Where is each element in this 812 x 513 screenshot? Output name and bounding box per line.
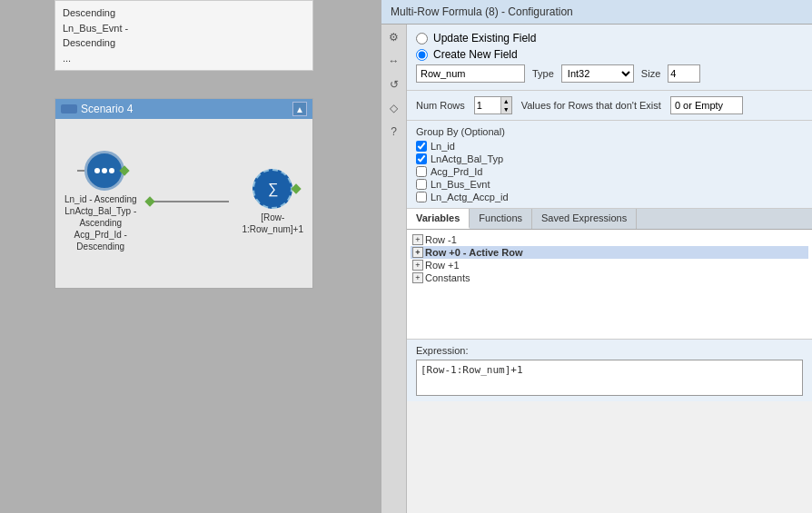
size-label: Size <box>641 68 660 79</box>
formula-icon: ∑ <box>268 181 278 197</box>
variables-section: + Row -1 + Row +0 - Active Row + Row +1 … <box>407 230 812 339</box>
size-input[interactable] <box>668 64 700 83</box>
scenario-header-left: Scenario 4 <box>61 103 133 115</box>
tab-saved-expressions[interactable]: Saved Expressions <box>532 209 637 229</box>
tree-label-active: Row +0 - Active Row <box>425 247 522 258</box>
type-label: Type <box>532 68 554 79</box>
expander-constants[interactable]: + <box>412 272 423 283</box>
refresh-icon[interactable]: ↺ <box>385 75 403 94</box>
spinner-up[interactable]: ▲ <box>500 97 511 105</box>
expression-label: Expression: <box>416 345 803 356</box>
scenario4-header: Scenario 4 ▲ <box>55 99 312 119</box>
field-name-input[interactable] <box>416 64 525 83</box>
update-radio-row: Update Existing Field <box>416 32 803 44</box>
formula-tool-label: [Row-1:Row_num]+1 <box>242 212 303 235</box>
sort-tool-dots <box>94 168 114 173</box>
numrows-input[interactable] <box>475 97 500 113</box>
checkbox-label-acg: Acg_Prd_Id <box>431 166 482 177</box>
checkbox-label-lnactg: LnActg_Bal_Typ <box>431 153 503 164</box>
checkbox-row-lnbus: Ln_Bus_Evnt <box>416 179 803 190</box>
scenario4-title: Scenario 4 <box>81 103 133 115</box>
numrows-section: Num Rows ▲ ▼ Values for Rows that don't … <box>407 91 812 121</box>
help-icon[interactable]: ? <box>385 123 403 141</box>
side-icons-bar: ⚙ ↔ ↺ ◇ ? <box>381 25 407 513</box>
expression-box[interactable]: [Row-1:Row_num]+1 <box>416 360 803 396</box>
create-radio[interactable] <box>416 49 428 61</box>
sort-tool-node[interactable]: Ln_id - AscendingLnActg_Bal_Typ -Ascendi… <box>64 151 137 252</box>
top-card: Descending Ln_Bus_Evnt - Descending ... <box>54 0 313 71</box>
sort-tool-circle <box>84 151 124 191</box>
update-label: Update Existing Field <box>433 32 536 44</box>
tree-row-constants[interactable]: + Constants <box>411 271 808 284</box>
checkbox-label-ln_id: Ln_id <box>431 141 455 152</box>
create-label: Create New Field <box>433 48 518 61</box>
scenario4-card: Scenario 4 ▲ <box>54 98 313 289</box>
formula-tool-node[interactable]: ∑ [Row-1:Row_num]+1 <box>242 169 303 235</box>
sort-tool-label: Ln_id - AscendingLnActg_Bal_Typ -Ascendi… <box>64 193 137 252</box>
groupby-label: Group By (Optional) <box>416 126 803 137</box>
values-input[interactable] <box>670 96 743 114</box>
dot2 <box>102 168 107 173</box>
tree-label-plus1: Row +1 <box>425 260 460 271</box>
spinner-down[interactable]: ▼ <box>500 105 511 113</box>
config-title: Multi-Row Formula (8) - Configuration <box>391 5 573 18</box>
field-name-row: Type Int32 Int64 String Double Size <box>416 64 803 83</box>
checkbox-row-ln_id: Ln_id <box>416 141 803 152</box>
checkbox-label-lnbus: Ln_Bus_Evnt <box>431 179 490 190</box>
field-config-section: Update Existing Field Create New Field T… <box>407 25 812 91</box>
scenario4-body: Ln_id - AscendingLnActg_Bal_Typ -Ascendi… <box>55 119 312 284</box>
tabs-bar: Variables Functions Saved Expressions <box>407 209 812 230</box>
top-card-line4: ... <box>63 53 71 64</box>
numrows-label: Num Rows <box>416 100 465 111</box>
checkbox-row-acg: Acg_Prd_Id <box>416 166 803 177</box>
tab-variables[interactable]: Variables <box>407 209 470 229</box>
tree-row-minus1[interactable]: + Row -1 <box>411 233 808 246</box>
tree-label-constants: Constants <box>425 272 470 283</box>
checkbox-list: Ln_id LnActg_Bal_Typ Acg_Prd_Id Ln_Bus_E… <box>416 141 803 202</box>
expander-plus1[interactable]: + <box>412 260 423 271</box>
checkbox-acg[interactable] <box>416 166 427 177</box>
checkbox-lnbus[interactable] <box>416 179 427 190</box>
groupby-section: Group By (Optional) Ln_id LnActg_Bal_Typ… <box>407 121 812 209</box>
right-panel: Multi-Row Formula (8) - Configuration ⚙ … <box>381 0 812 513</box>
values-label: Values for Rows that don't Exist <box>521 100 661 111</box>
checkbox-ln_id[interactable] <box>416 141 427 152</box>
tag-icon[interactable]: ◇ <box>385 99 403 117</box>
spinner-buttons: ▲ ▼ <box>500 97 511 113</box>
checkbox-row-lnactg: LnActg_Bal_Typ <box>416 153 803 164</box>
expander-minus1[interactable]: + <box>412 234 423 245</box>
top-card-line3: Descending <box>63 37 115 48</box>
formula-tool-circle: ∑ <box>253 169 292 209</box>
update-radio[interactable] <box>416 33 428 44</box>
top-card-line2: Ln_Bus_Evnt - <box>63 23 128 34</box>
config-main: Update Existing Field Create New Field T… <box>407 25 812 513</box>
tree-label-minus1: Row -1 <box>425 234 457 245</box>
create-radio-row: Create New Field <box>416 48 803 61</box>
checkbox-row-ln-actg-accp: Ln_Actg_Accp_id <box>416 192 803 202</box>
checkbox-ln-actg-accp[interactable] <box>416 192 427 202</box>
left-panel: Descending Ln_Bus_Evnt - Descending ... … <box>0 0 381 513</box>
tree-row-plus1[interactable]: + Row +1 <box>411 259 808 271</box>
tab-functions[interactable]: Functions <box>470 209 532 229</box>
spinner-wrap: ▲ ▼ <box>474 96 512 114</box>
expander-active[interactable]: + <box>412 247 423 258</box>
checkbox-label-ln-actg-accp: Ln_Actg_Accp_id <box>431 192 509 202</box>
gear-icon[interactable]: ⚙ <box>385 28 403 46</box>
scenario-icon-bar <box>61 104 77 113</box>
top-card-line1: Descending <box>63 7 115 18</box>
dot3 <box>109 168 114 173</box>
scenario-expand-button[interactable]: ▲ <box>292 102 307 116</box>
dot1 <box>94 168 100 173</box>
arrow-icon[interactable]: ↔ <box>385 52 403 70</box>
checkbox-lnactg[interactable] <box>416 153 427 164</box>
config-body: ⚙ ↔ ↺ ◇ ? Update Existing Field Create N… <box>381 25 812 513</box>
expression-section: Expression: [Row-1:Row_num]+1 <box>407 339 812 401</box>
tree-row-active[interactable]: + Row +0 - Active Row <box>411 246 808 259</box>
type-select[interactable]: Int32 Int64 String Double <box>561 64 634 83</box>
config-header: Multi-Row Formula (8) - Configuration <box>381 0 812 25</box>
